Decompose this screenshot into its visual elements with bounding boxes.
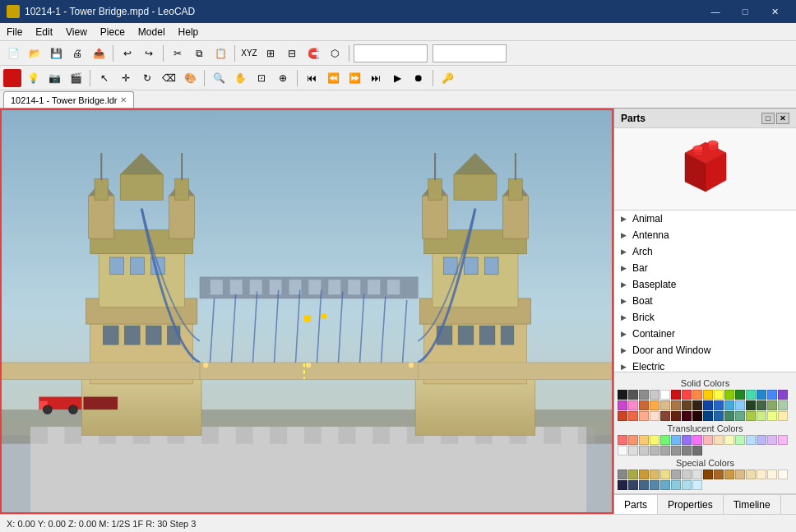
- color-swatch[interactable]: [714, 470, 724, 479]
- color-swatch[interactable]: [618, 470, 627, 479]
- maximize-button[interactable]: □: [730, 0, 760, 23]
- copy-button[interactable]: ⧉: [189, 44, 209, 63]
- color-swatch[interactable]: [724, 411, 734, 421]
- color-swatch[interactable]: [639, 446, 649, 456]
- light-button[interactable]: 💡: [23, 68, 43, 88]
- color-swatch[interactable]: [692, 480, 702, 490]
- color-swatch[interactable]: [778, 400, 788, 410]
- next-frame-button[interactable]: ⏩: [345, 68, 364, 88]
- export-button[interactable]: 📤: [89, 44, 109, 63]
- color-swatch[interactable]: [735, 390, 745, 400]
- color-swatch[interactable]: [618, 390, 627, 400]
- menu-model[interactable]: Model: [132, 23, 172, 41]
- color-swatch[interactable]: [628, 390, 638, 400]
- undo-button[interactable]: ↩: [118, 44, 137, 63]
- color-swatch[interactable]: [757, 411, 766, 421]
- color-swatch[interactable]: [703, 470, 713, 479]
- color-swatch[interactable]: [671, 390, 681, 400]
- color-swatch[interactable]: [650, 480, 659, 490]
- tree-item-bar[interactable]: ▶ Bar: [614, 260, 796, 276]
- color-swatch[interactable]: [757, 470, 766, 479]
- tree-item-arch[interactable]: ▶ Arch: [614, 243, 796, 260]
- paint-button[interactable]: 🎨: [180, 68, 200, 88]
- tree-item-antenna[interactable]: ▶ Antenna: [614, 227, 796, 243]
- search-input2[interactable]: [433, 44, 507, 62]
- video-button[interactable]: 🎬: [66, 68, 86, 88]
- color-swatch[interactable]: [639, 470, 649, 479]
- color-swatch[interactable]: [692, 446, 702, 456]
- redo-button[interactable]: ↪: [139, 44, 159, 63]
- print-button[interactable]: 🖨: [67, 44, 87, 63]
- color-swatch[interactable]: [671, 435, 681, 445]
- color-swatch[interactable]: [714, 411, 724, 421]
- color-swatch[interactable]: [746, 435, 756, 445]
- color-swatch[interactable]: [757, 390, 766, 400]
- color-swatch[interactable]: [628, 470, 638, 479]
- viewport[interactable]: [0, 109, 613, 514]
- tree-item-animal[interactable]: ▶ Animal: [614, 210, 796, 227]
- tree-item-boat[interactable]: ▶ Boat: [614, 293, 796, 309]
- color-swatch[interactable]: [660, 411, 670, 421]
- color-swatch[interactable]: [671, 480, 681, 490]
- color-swatch[interactable]: [639, 435, 649, 445]
- menu-file[interactable]: File: [0, 23, 29, 41]
- parts-tree[interactable]: ▶ Animal ▶ Antenna ▶ Arch ▶ Bar ▶ Basepl…: [614, 210, 796, 372]
- color-swatch[interactable]: [735, 411, 745, 421]
- color-swatch[interactable]: [628, 480, 638, 490]
- erase-button[interactable]: ⌫: [159, 68, 178, 88]
- tab-close-button[interactable]: ✕: [120, 95, 127, 104]
- zoom-extend-button[interactable]: ⊕: [273, 68, 293, 88]
- color-swatch[interactable]: [703, 390, 713, 400]
- tab-parts[interactable]: Parts: [614, 495, 658, 514]
- color-swatch[interactable]: [767, 435, 777, 445]
- close-button[interactable]: ✕: [760, 0, 789, 23]
- color-swatch[interactable]: [692, 411, 702, 421]
- color-swatch[interactable]: [714, 400, 724, 410]
- color-swatch[interactable]: [660, 480, 670, 490]
- color-swatch[interactable]: [618, 480, 627, 490]
- color-swatch[interactable]: [692, 400, 702, 410]
- color-swatch[interactable]: [714, 390, 724, 400]
- color-swatch[interactable]: [757, 400, 766, 410]
- main-tab[interactable]: 10214-1 - Tower Bridge.ldr ✕: [3, 91, 134, 108]
- menu-view[interactable]: View: [59, 23, 94, 41]
- color-swatch[interactable]: [639, 411, 649, 421]
- tree-item-brick[interactable]: ▶ Brick: [614, 309, 796, 326]
- color-swatch[interactable]: [767, 470, 777, 479]
- rotate-button[interactable]: ↻: [137, 68, 157, 88]
- grid2-button[interactable]: ⊟: [282, 44, 302, 63]
- snap1-button[interactable]: XYZ: [239, 44, 259, 63]
- color-swatch[interactable]: [618, 411, 627, 421]
- menu-edit[interactable]: Edit: [29, 23, 59, 41]
- color-swatch[interactable]: [639, 390, 649, 400]
- panel-restore-button[interactable]: □: [761, 113, 775, 124]
- tab-properties[interactable]: Properties: [658, 495, 724, 514]
- color-swatch[interactable]: [628, 435, 638, 445]
- last-frame-button[interactable]: ⏭: [366, 68, 386, 88]
- color-swatch[interactable]: [682, 480, 692, 490]
- color-swatch[interactable]: [671, 446, 681, 456]
- color-swatch[interactable]: [724, 390, 734, 400]
- color-swatch[interactable]: [650, 446, 659, 456]
- color-swatch[interactable]: [735, 435, 745, 445]
- color-swatch[interactable]: [671, 470, 681, 479]
- color-swatch[interactable]: [618, 400, 627, 410]
- color-swatch[interactable]: [682, 446, 692, 456]
- color-swatch[interactable]: [703, 400, 713, 410]
- color-swatch[interactable]: [682, 400, 692, 410]
- fit-button[interactable]: ⊡: [252, 68, 271, 88]
- minimize-button[interactable]: —: [701, 0, 730, 23]
- tree-item-electric[interactable]: ▶ Electric: [614, 359, 796, 372]
- color-swatch[interactable]: [724, 470, 734, 479]
- color-swatch[interactable]: [746, 390, 756, 400]
- color-swatch[interactable]: [671, 400, 681, 410]
- color-swatch[interactable]: [628, 411, 638, 421]
- color-swatch[interactable]: [650, 390, 659, 400]
- color-swatch[interactable]: [714, 435, 724, 445]
- tree-item-baseplate[interactable]: ▶ Baseplate: [614, 276, 796, 293]
- translate-button[interactable]: ✛: [116, 68, 136, 88]
- color-swatch[interactable]: [650, 400, 659, 410]
- color-swatch[interactable]: [628, 446, 638, 456]
- color-swatch[interactable]: [692, 435, 702, 445]
- key-button[interactable]: 🔑: [437, 68, 457, 88]
